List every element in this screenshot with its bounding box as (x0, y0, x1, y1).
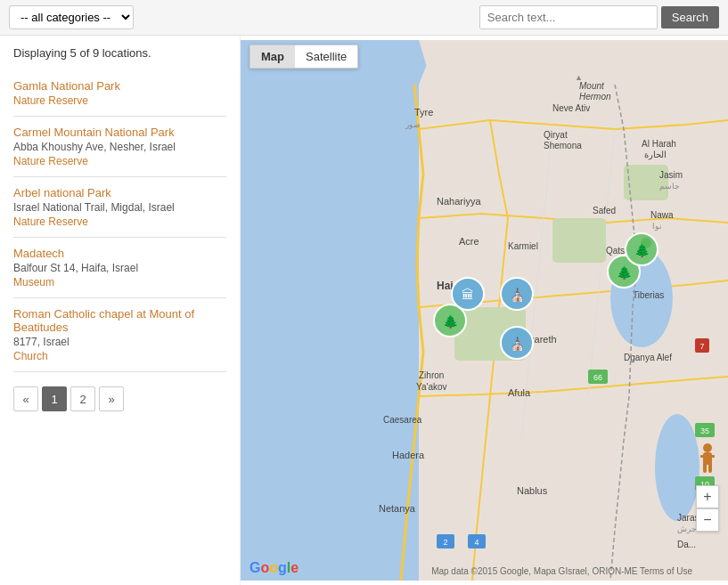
svg-text:Hadera: Hadera (392, 450, 425, 460)
category-select[interactable]: -- all categories -- (9, 5, 134, 29)
svg-text:Jasim: Jasim (659, 170, 683, 180)
location-address: 8177, Israel (13, 336, 226, 348)
zoom-out-button[interactable]: − (696, 508, 719, 532)
svg-text:Qiryat: Qiryat (544, 130, 568, 140)
svg-rect-72 (709, 455, 715, 458)
location-address: Abba Khoushy Ave, Nesher, Israel (13, 141, 226, 153)
svg-text:⛪: ⛪ (510, 288, 526, 303)
location-category: Museum (13, 276, 226, 288)
location-list: Gamla National ParkNature ReserveCarmel … (13, 70, 226, 372)
svg-text:جرش: جرش (677, 524, 697, 534)
page-2-button[interactable]: 2 (70, 386, 95, 411)
list-item: Roman Catholic chapel at Mount of Beatit… (13, 298, 226, 372)
location-name[interactable]: Gamla National Park (13, 79, 226, 93)
pagination: « 1 2 » (13, 386, 226, 411)
map-toggle: Map Satellite (249, 45, 358, 69)
location-name[interactable]: Roman Catholic chapel at Mount of Beatit… (13, 307, 226, 334)
location-category: Nature Reserve (13, 94, 226, 107)
main-content: Displaying 5 of 9 locations. Gamla Natio… (0, 36, 728, 585)
svg-text:Ya'akov: Ya'akov (416, 382, 447, 392)
svg-text:جاسم: جاسم (659, 182, 680, 191)
pegman-icon[interactable] (696, 443, 719, 478)
svg-text:Nablus: Nablus (517, 485, 548, 496)
location-category: Nature Reserve (13, 155, 226, 167)
svg-text:2: 2 (443, 538, 447, 547)
svg-rect-71 (700, 455, 706, 458)
svg-text:🌲: 🌲 (443, 314, 459, 329)
svg-text:Netanya: Netanya (379, 503, 416, 514)
svg-text:صور: صور (405, 120, 421, 130)
header-bar: -- all categories -- Search (0, 0, 728, 36)
map-view-button[interactable]: Map (250, 45, 295, 68)
svg-text:Mount: Mount (579, 81, 605, 91)
svg-text:⛪: ⛪ (510, 337, 526, 352)
svg-text:🏛: 🏛 (462, 288, 474, 302)
svg-text:🌲: 🌲 (634, 243, 650, 258)
svg-text:35: 35 (700, 427, 709, 435)
svg-rect-70 (708, 462, 712, 473)
search-input[interactable] (479, 5, 658, 29)
svg-text:🌲: 🌲 (617, 265, 633, 280)
sidebar: Displaying 5 of 9 locations. Gamla Natio… (0, 36, 241, 585)
location-category: Church (13, 350, 226, 362)
svg-text:Tyre: Tyre (414, 107, 433, 118)
svg-text:Afula: Afula (508, 387, 531, 398)
zoom-in-button[interactable]: + (696, 485, 719, 508)
svg-text:Tiberias: Tiberias (633, 290, 664, 300)
svg-text:7: 7 (699, 342, 704, 351)
next-page-button[interactable]: » (99, 386, 124, 411)
svg-text:Nahariyya: Nahariyya (437, 196, 481, 207)
location-name[interactable]: Carmel Mountain National Park (13, 126, 226, 139)
location-name[interactable]: Arbel national Park (13, 186, 226, 199)
list-item: Arbel national ParkIsrael National Trail… (13, 177, 226, 238)
svg-point-67 (703, 443, 712, 452)
search-button[interactable]: Search (661, 6, 719, 28)
display-count: Displaying 5 of 9 locations. (13, 46, 226, 60)
svg-text:Neve Ativ: Neve Ativ (552, 103, 590, 113)
svg-text:Safed: Safed (593, 206, 616, 215)
svg-text:الحارة: الحارة (644, 150, 667, 160)
map-container[interactable]: Tyre صور Neve Ativ Mount Hermon ▲ Qiryat… (241, 36, 728, 585)
svg-text:66: 66 (593, 373, 602, 382)
google-logo: Google (249, 560, 299, 576)
page-1-button[interactable]: 1 (42, 386, 67, 411)
svg-text:Acre: Acre (459, 236, 479, 247)
prev-page-button[interactable]: « (13, 386, 38, 411)
svg-rect-5 (552, 218, 606, 263)
map-attribution: Map data ©2015 Google, Mapa GIsrael, ORI… (431, 566, 692, 576)
search-area: Search (479, 5, 719, 29)
svg-rect-69 (703, 462, 707, 473)
list-item: Carmel Mountain National ParkAbba Khoush… (13, 117, 226, 177)
svg-text:4: 4 (474, 538, 479, 547)
location-address: Balfour St 14, Haifa, Israel (13, 262, 226, 274)
svg-text:Da...: Da... (677, 540, 696, 549)
svg-point-8 (655, 414, 699, 521)
svg-text:Al Harah: Al Harah (642, 139, 676, 149)
svg-text:Nawa: Nawa (650, 210, 674, 220)
list-item: MadatechBalfour St 14, Haifa, IsraelMuse… (13, 238, 226, 298)
map-background: Tyre صور Neve Ativ Mount Hermon ▲ Qiryat… (241, 36, 728, 585)
location-name[interactable]: Madatech (13, 247, 226, 260)
map-controls: + − (696, 485, 719, 532)
location-category: Nature Reserve (13, 215, 226, 228)
svg-text:Shemona: Shemona (544, 141, 582, 150)
location-address: Israel National Trail, Migdal, Israel (13, 201, 226, 214)
svg-text:Karmiel: Karmiel (508, 241, 538, 251)
svg-text:Zihron: Zihron (419, 370, 444, 380)
svg-text:▲: ▲ (575, 73, 583, 82)
svg-text:Hermon: Hermon (579, 92, 611, 102)
list-item: Gamla National ParkNature Reserve (13, 70, 226, 117)
satellite-view-button[interactable]: Satellite (295, 45, 357, 68)
svg-text:Caesarea: Caesarea (383, 415, 422, 425)
svg-text:نوا: نوا (652, 222, 662, 232)
